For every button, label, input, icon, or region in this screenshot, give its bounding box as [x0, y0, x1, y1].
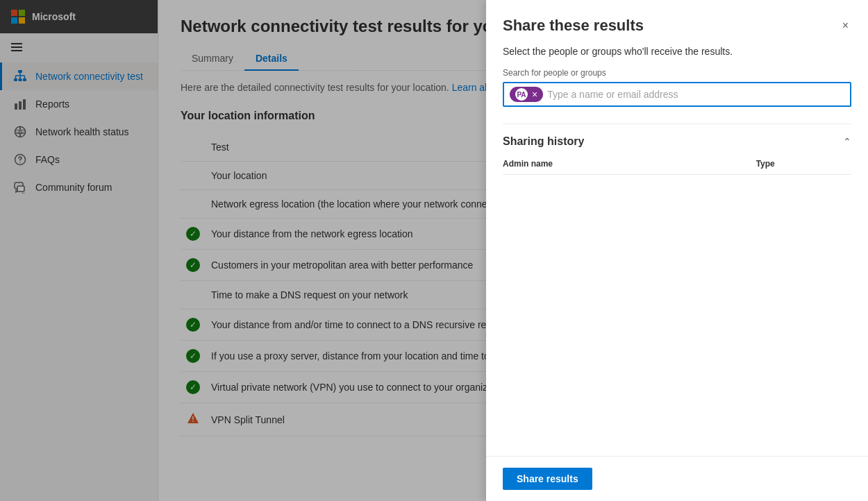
share-results-button[interactable]: Share results [503, 468, 592, 490]
search-input[interactable] [547, 89, 844, 100]
person-tag: PA × [510, 87, 543, 102]
tag-close[interactable]: × [532, 89, 537, 100]
close-button[interactable]: × [840, 17, 851, 35]
panel-footer: Share results [486, 456, 868, 501]
search-label: Search for people or groups [503, 68, 851, 78]
panel-header: Share these results × [486, 0, 868, 46]
col-type: Type [756, 153, 851, 175]
search-field[interactable]: PA × [503, 82, 851, 107]
sharing-history-table: Admin name Type [503, 153, 851, 175]
panel-body: Select the people or groups who'll recei… [486, 46, 868, 456]
panel-title: Share these results [503, 17, 644, 35]
chevron-up-icon: ⌃ [843, 136, 851, 147]
panel-description: Select the people or groups who'll recei… [503, 46, 851, 57]
tag-avatar: PA [515, 88, 528, 101]
sharing-history-toggle[interactable]: Sharing history ⌃ [503, 124, 851, 153]
sharing-history-title: Sharing history [503, 135, 584, 148]
col-admin-name: Admin name [503, 153, 756, 175]
share-panel: Share these results × Select the people … [486, 0, 868, 501]
